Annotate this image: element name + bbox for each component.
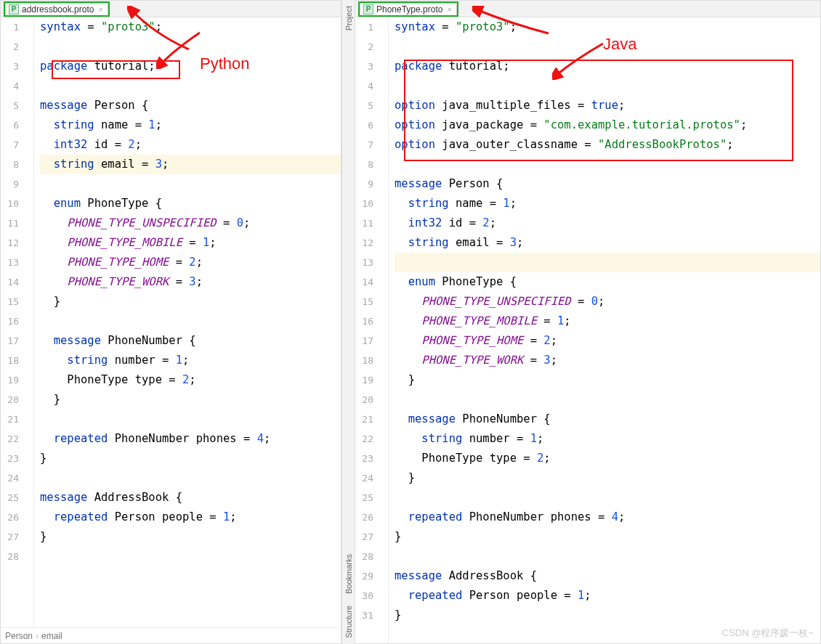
code-line[interactable]: message Person { bbox=[395, 174, 820, 194]
code-line[interactable] bbox=[40, 409, 341, 429]
tool-tab-bookmarks[interactable]: Bookmarks bbox=[343, 548, 355, 600]
editor-pane-right: P PhoneType.proto × 12345678910111213141… bbox=[355, 0, 821, 644]
code-line[interactable]: PHONE_TYPE_MOBILE = 1; bbox=[40, 233, 341, 253]
code-line[interactable]: message AddressBook { bbox=[395, 566, 820, 586]
file-tab-addressbook[interactable]: P addressbook.proto × bbox=[5, 3, 108, 15]
code-line[interactable] bbox=[40, 547, 341, 566]
breadcrumb[interactable]: Person › email bbox=[1, 627, 341, 643]
code-line[interactable]: } bbox=[40, 527, 341, 547]
code-line[interactable]: PhoneType type = 2; bbox=[40, 370, 341, 390]
code-line[interactable] bbox=[395, 488, 820, 508]
code-line[interactable]: syntax = "proto3"; bbox=[40, 17, 341, 37]
tool-window-tabs: Project Bookmarks Structure bbox=[341, 0, 355, 644]
code-editor-right[interactable]: 1234567891011121314151617181920212223242… bbox=[355, 17, 820, 643]
tab-label: PhoneType.proto bbox=[376, 4, 442, 15]
code-line[interactable]: string name = 1; bbox=[395, 194, 820, 213]
code-line[interactable]: } bbox=[40, 390, 341, 409]
code-line[interactable]: option java_outer_classname = "AddressBo… bbox=[395, 135, 820, 155]
code-line[interactable]: option java_multiple_files = true; bbox=[395, 96, 820, 115]
code-line[interactable]: } bbox=[395, 370, 820, 390]
tab-bar-left: P addressbook.proto × bbox=[1, 1, 341, 17]
breadcrumb-item[interactable]: Person bbox=[5, 631, 33, 641]
proto-file-icon: P bbox=[9, 4, 19, 15]
code-line[interactable]: string number = 1; bbox=[395, 429, 820, 449]
code-line[interactable]: package tutorial; bbox=[40, 57, 341, 76]
code-line[interactable]: string email = 3; bbox=[40, 155, 341, 174]
code-line[interactable]: repeated Person people = 1; bbox=[395, 586, 820, 606]
code-line[interactable]: PhoneType type = 2; bbox=[395, 449, 820, 468]
tab-bar-right: P PhoneType.proto × bbox=[355, 1, 820, 17]
line-gutter: 1234567891011121314151617181920212223242… bbox=[1, 17, 34, 627]
code-area[interactable]: syntax = "proto3"; package tutorial; mes… bbox=[34, 17, 341, 627]
editor-pane-left: P addressbook.proto × 123456789101112131… bbox=[0, 0, 341, 644]
code-line[interactable]: string name = 1; bbox=[40, 115, 341, 135]
code-line[interactable]: package tutorial; bbox=[395, 57, 820, 76]
code-line[interactable]: } bbox=[40, 292, 341, 311]
code-line[interactable] bbox=[395, 37, 820, 57]
code-line[interactable] bbox=[395, 253, 820, 272]
code-line[interactable]: syntax = "proto3"; bbox=[395, 17, 820, 37]
tool-tab-structure[interactable]: Structure bbox=[343, 600, 355, 644]
code-line[interactable]: PHONE_TYPE_WORK = 3; bbox=[395, 351, 820, 370]
code-line[interactable]: PHONE_TYPE_MOBILE = 1; bbox=[395, 311, 820, 331]
code-line[interactable] bbox=[395, 390, 820, 409]
code-line[interactable]: PHONE_TYPE_WORK = 3; bbox=[40, 272, 341, 292]
watermark: CSDN @程序媛一枚~ bbox=[722, 627, 814, 640]
code-line[interactable]: int32 id = 2; bbox=[395, 213, 820, 233]
breadcrumb-item[interactable]: email bbox=[41, 631, 62, 641]
code-line[interactable]: PHONE_TYPE_UNSPECIFIED = 0; bbox=[40, 213, 341, 233]
code-line[interactable]: repeated Person people = 1; bbox=[40, 508, 341, 527]
file-tab-phonetype[interactable]: P PhoneType.proto × bbox=[360, 3, 457, 15]
code-line[interactable]: enum PhoneType { bbox=[40, 194, 341, 213]
tab-label: addressbook.proto bbox=[22, 4, 94, 15]
code-line[interactable]: } bbox=[395, 527, 820, 547]
code-line[interactable]: PHONE_TYPE_HOME = 2; bbox=[395, 331, 820, 351]
close-icon[interactable]: × bbox=[98, 5, 102, 14]
code-line[interactable]: message Person { bbox=[40, 96, 341, 115]
code-line[interactable] bbox=[40, 76, 341, 96]
code-line[interactable]: repeated PhoneNumber phones = 4; bbox=[395, 508, 820, 527]
code-line[interactable]: PHONE_TYPE_UNSPECIFIED = 0; bbox=[395, 292, 820, 311]
code-line[interactable] bbox=[395, 155, 820, 174]
code-line[interactable] bbox=[40, 468, 341, 488]
code-line[interactable] bbox=[395, 76, 820, 96]
code-line[interactable]: string email = 3; bbox=[395, 233, 820, 253]
code-area[interactable]: syntax = "proto3"; package tutorial; opt… bbox=[389, 17, 820, 643]
code-editor-left[interactable]: 1234567891011121314151617181920212223242… bbox=[1, 17, 341, 627]
code-line[interactable]: } bbox=[40, 449, 341, 468]
code-line[interactable] bbox=[40, 311, 341, 331]
code-line[interactable]: } bbox=[395, 468, 820, 488]
code-line[interactable] bbox=[395, 547, 820, 566]
code-line[interactable]: string number = 1; bbox=[40, 351, 341, 370]
code-line[interactable]: enum PhoneType { bbox=[395, 272, 820, 292]
code-line[interactable] bbox=[40, 37, 341, 57]
code-line[interactable]: PHONE_TYPE_HOME = 2; bbox=[40, 253, 341, 272]
code-line[interactable]: message AddressBook { bbox=[40, 488, 341, 508]
line-gutter: 1234567891011121314151617181920212223242… bbox=[355, 17, 389, 643]
code-line[interactable]: message PhoneNumber { bbox=[40, 331, 341, 351]
code-line[interactable]: repeated PhoneNumber phones = 4; bbox=[40, 429, 341, 449]
code-line[interactable]: int32 id = 2; bbox=[40, 135, 341, 155]
close-icon[interactable]: × bbox=[447, 5, 451, 14]
code-line[interactable]: message PhoneNumber { bbox=[395, 409, 820, 429]
proto-file-icon: P bbox=[363, 4, 373, 15]
code-line[interactable] bbox=[40, 174, 341, 194]
code-line[interactable]: option java_package = "com.example.tutor… bbox=[395, 115, 820, 135]
code-line[interactable]: } bbox=[395, 606, 820, 625]
tool-tab-project[interactable]: Project bbox=[343, 0, 355, 36]
chevron-right-icon: › bbox=[36, 631, 39, 641]
